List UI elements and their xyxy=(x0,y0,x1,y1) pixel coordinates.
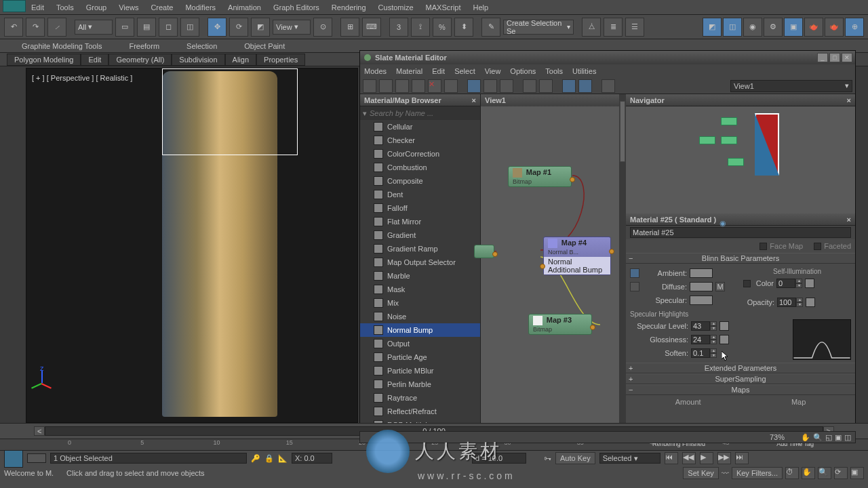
key-filters-button[interactable]: Key Filters... xyxy=(732,467,783,479)
material-name-input[interactable] xyxy=(630,227,851,238)
auto-key-button[interactable]: Auto Key xyxy=(555,452,595,464)
material-item-output[interactable]: Output xyxy=(360,337,480,350)
menu-help[interactable]: Help xyxy=(473,3,489,12)
nav-zoom-icon[interactable]: 🔍 xyxy=(818,467,831,479)
tab-graphite[interactable]: Graphite Modeling Tools xyxy=(22,42,102,50)
manipulate-icon[interactable]: ⊞ xyxy=(340,18,359,37)
material-item-reflect-refract[interactable]: Reflect/Refract xyxy=(360,405,480,418)
show-end-icon[interactable] xyxy=(500,79,513,93)
angle-snap-icon[interactable]: ⟟ xyxy=(411,18,430,37)
subtab-edit[interactable]: Edit xyxy=(81,54,108,66)
tab-selection[interactable]: Selection xyxy=(186,42,217,50)
material-item-dent[interactable]: Dent xyxy=(360,188,480,201)
material-item-perlin-marble[interactable]: Perlin Marble xyxy=(360,378,480,391)
ambient-swatch[interactable] xyxy=(690,268,713,278)
maximize-button[interactable]: □ xyxy=(829,53,840,62)
delete-icon[interactable]: ✕ xyxy=(428,79,441,93)
play-icon[interactable]: ▶ xyxy=(700,452,713,464)
rollout-blinn[interactable]: −Blinn Basic Parameters xyxy=(626,253,855,264)
material-item-combustion[interactable]: Combustion xyxy=(360,161,480,174)
lock-ambient-icon[interactable] xyxy=(630,268,639,278)
set-key-button[interactable]: Set Key xyxy=(683,467,719,479)
schematic-icon[interactable]: ◫ xyxy=(723,18,742,37)
browser-close-icon[interactable]: × xyxy=(472,96,476,104)
specular-swatch[interactable] xyxy=(690,296,713,305)
subtab-polygon[interactable]: Polygon Modeling xyxy=(7,54,81,66)
node-upstream[interactable] xyxy=(474,245,494,258)
rollout-supersample[interactable]: +SuperSampling xyxy=(626,373,855,384)
subtab-subdiv[interactable]: Subdivision xyxy=(172,54,224,66)
slate-menu-tools[interactable]: Tools xyxy=(545,67,563,75)
nav-max-icon[interactable]: ▣ xyxy=(850,467,864,479)
key-filter-dropdown[interactable]: Selected ▾ xyxy=(599,453,660,464)
window-crossing-icon[interactable]: ◫ xyxy=(180,18,199,37)
menu-modifiers[interactable]: Modifiers xyxy=(185,3,216,12)
slate-menu-modes[interactable]: Modes xyxy=(364,67,387,75)
edit-named-icon[interactable]: ✎ xyxy=(481,18,500,37)
undo-icon[interactable]: ↶ xyxy=(4,18,23,37)
material-editor-icon[interactable]: ◉ xyxy=(743,18,762,37)
layers-icon[interactable]: ☰ xyxy=(625,18,644,37)
subtab-properties[interactable]: Properties xyxy=(256,54,305,66)
opacity-map-button[interactable] xyxy=(806,298,815,307)
rollout-extended[interactable]: +Extended Parameters xyxy=(626,363,855,373)
nav-wheel-icon[interactable]: ⊕ xyxy=(845,18,864,37)
link-icon[interactable]: ⟋ xyxy=(47,18,66,37)
select-by-mat-icon[interactable] xyxy=(578,79,592,93)
selection-filter-dropdown[interactable]: All ▾ xyxy=(75,20,113,35)
search-input[interactable] xyxy=(370,109,477,117)
slate-menu-select[interactable]: Select xyxy=(454,67,475,75)
slate-menu-material[interactable]: Material xyxy=(396,67,422,75)
material-item-composite[interactable]: Composite xyxy=(360,174,480,188)
navigator-close-icon[interactable]: × xyxy=(847,96,851,104)
slate-pan-icon[interactable]: ✋ xyxy=(801,433,810,442)
self-illum-spinner[interactable]: ▴▾ xyxy=(776,279,802,288)
bg-pattern-icon[interactable] xyxy=(467,79,481,93)
select-tool-icon[interactable] xyxy=(363,79,376,93)
render-iter-icon[interactable]: 🫖 xyxy=(825,18,844,37)
node-map4[interactable]: Map #4 Normal B... Normal Additional Bum… xyxy=(543,237,611,275)
slate-zoom-icon[interactable]: 🔍 xyxy=(813,433,823,442)
material-item-flat-mirror[interactable]: Flat Mirror xyxy=(360,215,480,228)
close-button[interactable]: ✕ xyxy=(842,53,852,62)
nav-pan-icon[interactable]: ✋ xyxy=(802,467,815,479)
material-item-falloff[interactable]: Falloff xyxy=(360,201,480,215)
move-children-icon[interactable] xyxy=(444,79,458,93)
x-coord-field[interactable]: X: 0.0 xyxy=(292,453,332,464)
search-chevron-icon[interactable]: ▾ xyxy=(363,109,367,118)
material-list[interactable]: CellularCheckerColorCorrectionCombustion… xyxy=(360,120,480,436)
menu-maxscript[interactable]: MAXScript xyxy=(426,3,461,12)
rollout-maps[interactable]: −Maps xyxy=(626,384,855,395)
menu-customize[interactable]: Customize xyxy=(378,3,414,12)
lock-diffuse-icon[interactable] xyxy=(630,282,639,291)
auto-update-icon[interactable] xyxy=(601,79,615,93)
prev-frame-icon[interactable]: ◀◀ xyxy=(682,452,696,464)
material-item-cellular[interactable]: Cellular xyxy=(360,120,480,134)
nav-orbit-icon[interactable]: ⟳ xyxy=(834,467,848,479)
time-prev-button[interactable]: < xyxy=(34,426,45,436)
slate-menu-view[interactable]: View xyxy=(485,67,501,75)
menu-rendering[interactable]: Rendering xyxy=(332,3,366,12)
maxscript-toggle-icon[interactable] xyxy=(4,449,23,468)
material-item-marble[interactable]: Marble xyxy=(360,269,480,283)
material-item-normal-bump[interactable]: Normal Bump xyxy=(360,323,480,337)
self-illum-map-button[interactable] xyxy=(805,279,814,288)
next-frame-icon[interactable]: ▶▶ xyxy=(717,452,731,464)
goto-end-icon[interactable]: ⏭ xyxy=(735,452,749,464)
diffuse-map-button[interactable]: M xyxy=(715,282,725,291)
menu-group[interactable]: Group xyxy=(86,3,107,12)
put-icon[interactable] xyxy=(412,79,425,93)
move-icon[interactable]: ✥ xyxy=(208,18,226,37)
slate-zoom-region-icon[interactable]: ◱ xyxy=(825,433,832,442)
select-icon[interactable]: ▭ xyxy=(115,18,134,37)
lock-icon[interactable]: 🔒 xyxy=(264,454,274,463)
material-item-colorcorrection[interactable]: ColorCorrection xyxy=(360,147,480,161)
menu-edit[interactable]: Edit xyxy=(31,3,44,12)
slate-zoom-extents-icon[interactable]: ▣ xyxy=(835,433,842,442)
named-selection-dropdown[interactable]: Create Selection Se▾ xyxy=(503,20,574,35)
menu-animation[interactable]: Animation xyxy=(228,3,261,12)
browser-scrollbar[interactable] xyxy=(619,94,626,436)
render-setup-icon[interactable]: ⚙ xyxy=(764,18,783,37)
zoom-field[interactable]: 73% xyxy=(770,433,798,441)
material-item-raytrace[interactable]: Raytrace xyxy=(360,391,480,405)
